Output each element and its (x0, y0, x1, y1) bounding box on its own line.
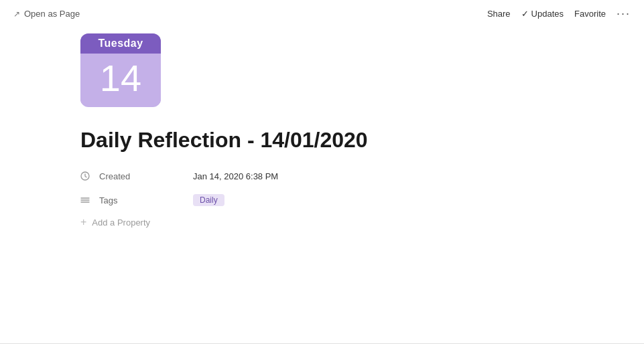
open-as-page-button[interactable]: Open as Page (24, 9, 80, 19)
created-label: Created (99, 171, 193, 181)
open-as-page-icon: ↗ (13, 9, 20, 19)
page-title: Daily Reflection - 14/01/2020 (80, 127, 604, 153)
open-as-page-label: Open as Page (24, 9, 80, 19)
clock-icon (80, 171, 94, 181)
favorite-button[interactable]: Favorite (574, 9, 606, 19)
tag-badge-daily[interactable]: Daily (193, 194, 224, 206)
share-button[interactable]: Share (487, 9, 511, 19)
tags-label: Tags (99, 195, 193, 205)
more-icon: ··· (617, 7, 631, 20)
calendar-day-name: Tuesday (80, 33, 161, 54)
toolbar-left: ↗ Open as Page (13, 9, 80, 19)
checkmark-icon: ✓ (521, 9, 529, 19)
calendar-body: 14 (80, 54, 161, 103)
main-content: Tuesday 14 Daily Reflection - 14/01/2020… (80, 33, 604, 228)
updates-label: Updates (531, 9, 564, 19)
add-property-label: Add a Property (92, 218, 150, 228)
toolbar: ↗ Open as Page Share ✓ Updates Favorite … (0, 0, 644, 27)
tags-property-row: Tags Daily (80, 190, 604, 210)
add-property-plus-icon: + (80, 217, 86, 228)
share-label: Share (487, 9, 511, 19)
created-property-row: Created Jan 14, 2020 6:38 PM (80, 166, 604, 186)
created-value: Jan 14, 2020 6:38 PM (193, 171, 278, 181)
tags-icon (80, 195, 94, 205)
toolbar-right: Share ✓ Updates Favorite ··· (487, 7, 631, 21)
properties-section: Created Jan 14, 2020 6:38 PM Tags Daily … (80, 166, 604, 228)
favorite-label: Favorite (574, 9, 606, 19)
calendar-icon: Tuesday 14 (80, 33, 161, 107)
add-property-row[interactable]: + Add a Property (80, 217, 604, 228)
updates-button[interactable]: ✓ Updates (521, 9, 564, 19)
calendar-day-number: 14 (100, 60, 141, 97)
more-options-button[interactable]: ··· (617, 7, 631, 21)
